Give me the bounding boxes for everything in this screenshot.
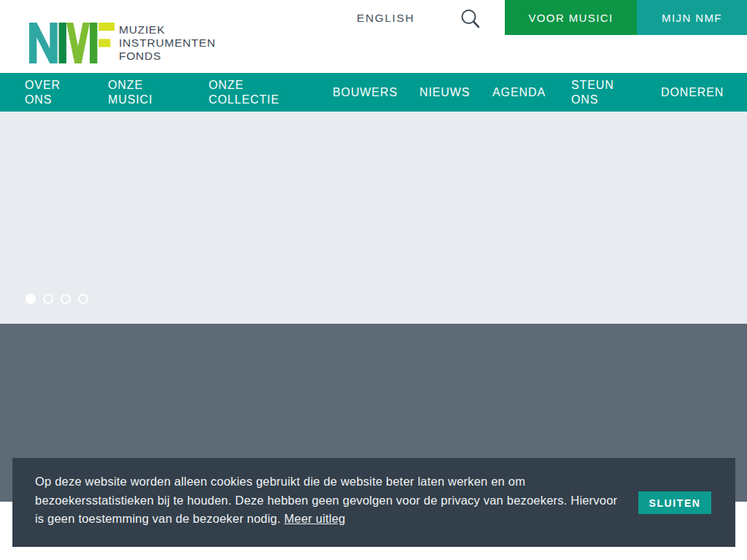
carousel-dots [26,294,88,304]
meer-uitleg-link[interactable]: Meer uitleg [285,512,346,525]
search-button[interactable] [459,7,482,31]
carousel-dot[interactable] [43,294,53,304]
nav-item-over-ons[interactable]: OVER ONS [25,78,108,106]
search-icon [459,7,482,31]
nav-item-bouwers[interactable]: BOUWERS [333,85,419,100]
carousel-dot[interactable] [78,294,88,304]
main-navigation: OVER ONS ONZE MUSICI ONZE COLLECTIE BOUW… [0,73,747,112]
sluiten-button[interactable]: SLUITEN [638,491,711,514]
cookie-banner: Op deze website worden alleen cookies ge… [12,458,735,547]
nmf-logo-icon [29,23,115,63]
carousel-dot[interactable] [26,294,36,304]
language-link-english[interactable]: ENGLISH [357,12,414,25]
nav-item-doneren[interactable]: DONEREN [661,85,724,100]
cookie-message: Op deze website worden alleen cookies ge… [35,472,619,529]
nmf-logo[interactable]: MUZIEK INSTRUMENTEN FONDS [29,23,216,63]
logo-line-1: MUZIEK [119,23,216,36]
nav-item-onze-collectie[interactable]: ONZE COLLECTIE [209,78,333,106]
site-header: MUZIEK INSTRUMENTEN FONDS ENGLISH VOOR M… [0,0,747,73]
carousel-dot[interactable] [61,294,71,304]
logo-wordmark: MUZIEK INSTRUMENTEN FONDS [119,23,216,63]
logo-line-2: INSTRUMENTEN [119,36,216,50]
header-buttons: VOOR MUSICI MIJN NMF [505,0,747,35]
mijn-nmf-button[interactable]: MIJN NMF [637,0,747,35]
nav-item-agenda[interactable]: AGENDA [492,85,571,100]
logo-line-3: FONDS [119,50,216,63]
nav-item-steun-ons[interactable]: STEUN ONS [571,78,661,106]
voor-musici-button[interactable]: VOOR MUSICI [505,0,637,35]
nav-item-onze-musici[interactable]: ONZE MUSICI [108,78,209,106]
nav-item-nieuws[interactable]: NIEUWS [419,85,492,100]
hero-carousel [0,112,747,324]
